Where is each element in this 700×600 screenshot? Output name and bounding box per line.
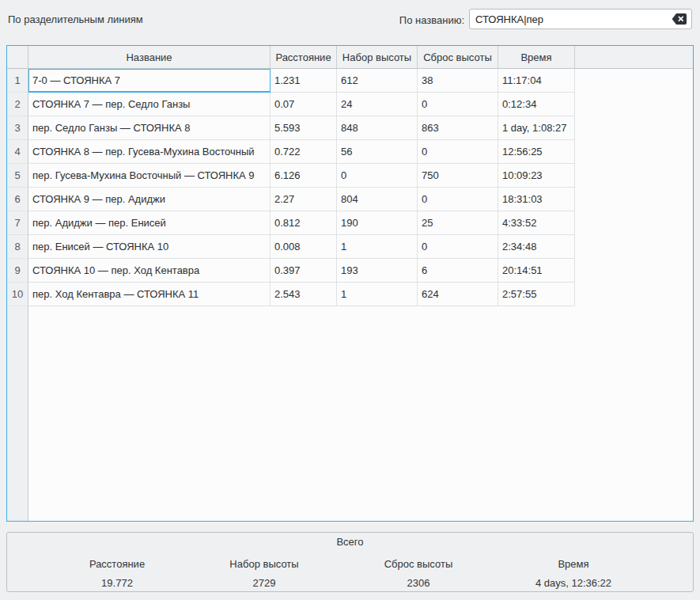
cell-name[interactable]: пер. Ход Кентавра — СТОЯНКА 11 bbox=[28, 283, 271, 306]
table-row[interactable]: 8пер. Енисей — СТОЯНКА 100.008102:34:48 bbox=[7, 235, 693, 259]
column-header-distance[interactable]: Расстояние bbox=[271, 46, 337, 68]
cell-name[interactable]: пер. Енисей — СТОЯНКА 10 bbox=[28, 235, 271, 259]
cell-distance[interactable]: 0.722 bbox=[271, 140, 337, 164]
cell-descent[interactable]: 624 bbox=[418, 283, 498, 306]
cell-name[interactable]: пер. Седло Ганзы — СТОЯНКА 8 bbox=[28, 116, 271, 140]
row-number-cell[interactable]: 9 bbox=[7, 259, 28, 283]
cell-name[interactable]: СТОЯНКА 9 — пер. Адиджи bbox=[28, 188, 271, 211]
row-number-cell[interactable]: 7 bbox=[7, 211, 28, 235]
total-ascent: Набор высоты 2729 bbox=[177, 558, 351, 590]
cell-distance[interactable]: 2.543 bbox=[271, 283, 337, 306]
cell-ascent[interactable]: 612 bbox=[337, 69, 418, 93]
cell-time[interactable]: 11:17:04 bbox=[498, 69, 575, 93]
cell-ascent[interactable]: 190 bbox=[337, 211, 418, 235]
table-body: 17-0 — СТОЯНКА 71.2316123811:17:042СТОЯН… bbox=[7, 69, 693, 521]
table-row[interactable]: 9СТОЯНКА 10 — пер. Ход Кентавра0.3971936… bbox=[7, 259, 693, 283]
header-filler bbox=[575, 46, 693, 68]
row-number-cell[interactable]: 5 bbox=[7, 164, 28, 188]
cell-descent[interactable]: 6 bbox=[418, 259, 498, 283]
cell-distance[interactable]: 1.231 bbox=[271, 69, 337, 93]
total-descent-label: Сброс высоты bbox=[331, 558, 505, 570]
row-number-cell[interactable]: 8 bbox=[7, 235, 28, 259]
total-ascent-label: Набор высоты bbox=[177, 558, 351, 570]
cell-distance[interactable]: 6.126 bbox=[271, 164, 337, 188]
cell-descent[interactable]: 0 bbox=[418, 188, 498, 211]
mode-label: По разделительным линиям bbox=[8, 13, 143, 25]
table-row[interactable]: 6СТОЯНКА 9 — пер. Адиджи2.27804018:31:03 bbox=[7, 188, 693, 211]
cell-name[interactable]: СТОЯНКА 8 — пер. Гусева-Мухина Восточный bbox=[28, 140, 271, 164]
total-descent-value: 2306 bbox=[331, 577, 505, 589]
row-number-cell[interactable]: 3 bbox=[7, 116, 28, 140]
row-number-cell[interactable]: 10 bbox=[7, 283, 28, 306]
cell-time[interactable]: 2:34:48 bbox=[498, 235, 575, 259]
cell-time[interactable]: 0:12:34 bbox=[498, 93, 575, 116]
cell-descent[interactable]: 38 bbox=[418, 69, 498, 93]
total-descent: Сброс высоты 2306 bbox=[331, 558, 505, 590]
table-header-row: Название Расстояние Набор высоты Сброс в… bbox=[7, 46, 693, 69]
cell-distance[interactable]: 2.27 bbox=[271, 188, 337, 211]
backspace-icon bbox=[672, 16, 687, 28]
cell-distance[interactable]: 0.07 bbox=[271, 93, 337, 116]
column-header-time[interactable]: Время bbox=[498, 46, 575, 68]
table-row[interactable]: 2СТОЯНКА 7 — пер. Седло Ганзы0.072400:12… bbox=[7, 93, 693, 116]
cell-ascent[interactable]: 24 bbox=[337, 93, 418, 116]
filter-by-name-label: По названию: bbox=[399, 14, 464, 26]
total-time-label: Время bbox=[486, 558, 660, 570]
table-empty-area bbox=[7, 306, 693, 521]
cell-descent[interactable]: 25 bbox=[418, 211, 498, 235]
cell-ascent[interactable]: 193 bbox=[337, 259, 418, 283]
cell-time[interactable]: 20:14:51 bbox=[498, 259, 575, 283]
cell-ascent[interactable]: 848 bbox=[337, 116, 418, 140]
cell-name[interactable]: пер. Гусева-Мухина Восточный — СТОЯНКА 9 bbox=[28, 164, 271, 188]
cell-ascent[interactable]: 1 bbox=[337, 283, 418, 306]
total-time-value: 4 days, 12:36:22 bbox=[486, 577, 660, 589]
table-row[interactable]: 7пер. Адиджи — пер. Енисей0.812190254:33… bbox=[7, 211, 693, 235]
clear-filter-button[interactable] bbox=[672, 13, 687, 25]
table-row[interactable]: 5пер. Гусева-Мухина Восточный — СТОЯНКА … bbox=[7, 164, 693, 188]
cell-name[interactable]: 7-0 — СТОЯНКА 7 bbox=[28, 69, 271, 93]
cell-name[interactable]: СТОЯНКА 7 — пер. Седло Ганзы bbox=[28, 93, 271, 116]
cell-distance[interactable]: 5.593 bbox=[271, 116, 337, 140]
cell-ascent[interactable]: 0 bbox=[337, 164, 418, 188]
name-filter-input[interactable] bbox=[469, 9, 692, 29]
cell-ascent[interactable]: 56 bbox=[337, 140, 418, 164]
table-row[interactable]: 3пер. Седло Ганзы — СТОЯНКА 85.593848863… bbox=[7, 116, 693, 140]
cell-time[interactable]: 4:33:52 bbox=[498, 211, 575, 235]
row-number-cell[interactable]: 1 bbox=[7, 69, 28, 93]
cell-descent[interactable]: 0 bbox=[418, 140, 498, 164]
table-row[interactable]: 10пер. Ход Кентавра — СТОЯНКА 112.543162… bbox=[7, 283, 693, 306]
cell-distance[interactable]: 0.812 bbox=[271, 211, 337, 235]
row-number-cell[interactable]: 2 bbox=[7, 93, 28, 116]
cell-ascent[interactable]: 1 bbox=[337, 235, 418, 259]
row-number-cell[interactable]: 6 bbox=[7, 188, 28, 211]
cell-name[interactable]: СТОЯНКА 10 — пер. Ход Кентавра bbox=[28, 259, 271, 283]
column-header-ascent[interactable]: Набор высоты bbox=[337, 46, 418, 68]
cell-descent[interactable]: 750 bbox=[418, 164, 498, 188]
cell-time[interactable]: 2:57:55 bbox=[498, 283, 575, 306]
totals-title: Всего bbox=[7, 536, 693, 548]
cell-time[interactable]: 18:31:03 bbox=[498, 188, 575, 211]
column-header-descent[interactable]: Сброс высоты bbox=[418, 46, 498, 68]
column-header-name[interactable]: Название bbox=[28, 46, 271, 68]
cell-descent[interactable]: 863 bbox=[418, 116, 498, 140]
route-table: Название Расстояние Набор высоты Сброс в… bbox=[6, 45, 694, 522]
table-row[interactable]: 17-0 — СТОЯНКА 71.2316123811:17:04 bbox=[7, 69, 693, 93]
cell-descent[interactable]: 0 bbox=[418, 93, 498, 116]
cell-time[interactable]: 1 day, 1:08:27 bbox=[498, 116, 575, 140]
cell-distance[interactable]: 0.008 bbox=[271, 235, 337, 259]
total-time: Время 4 days, 12:36:22 bbox=[486, 558, 660, 590]
cell-name[interactable]: пер. Адиджи — пер. Енисей bbox=[28, 211, 271, 235]
cell-ascent[interactable]: 804 bbox=[337, 188, 418, 211]
totals-panel: Всего Расстояние 19.772 Набор высоты 272… bbox=[6, 532, 694, 592]
header-corner bbox=[7, 46, 28, 68]
row-number-cell[interactable]: 4 bbox=[7, 140, 28, 164]
table-row[interactable]: 4СТОЯНКА 8 — пер. Гусева-Мухина Восточны… bbox=[7, 140, 693, 164]
cell-descent[interactable]: 0 bbox=[418, 235, 498, 259]
cell-time[interactable]: 12:56:25 bbox=[498, 140, 575, 164]
row-number-strip bbox=[7, 306, 28, 521]
total-ascent-value: 2729 bbox=[177, 577, 351, 589]
cell-time[interactable]: 10:09:23 bbox=[498, 164, 575, 188]
cell-distance[interactable]: 0.397 bbox=[271, 259, 337, 283]
